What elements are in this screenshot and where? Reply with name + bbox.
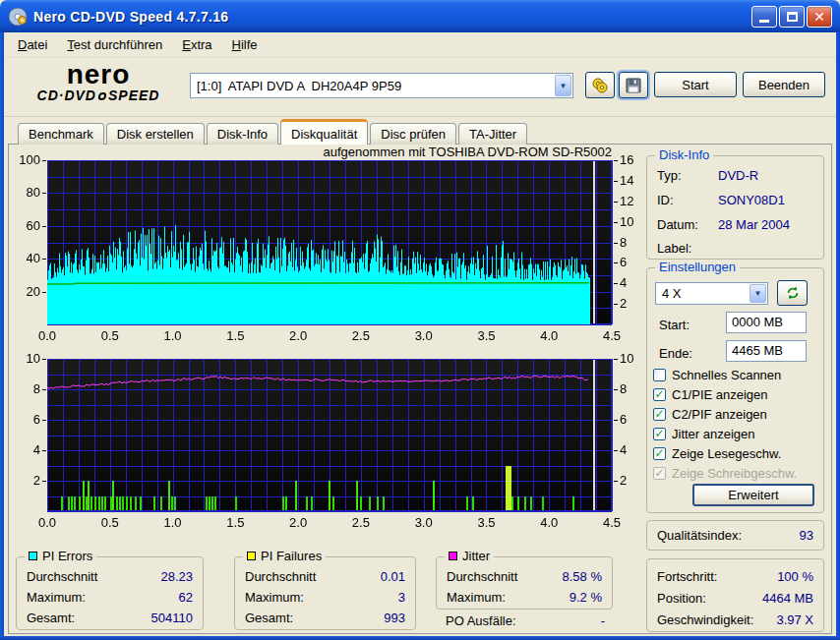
quality-index-panel: Qualitätsindex: 93 <box>646 520 824 551</box>
speed-select-value: 4 X <box>656 286 749 301</box>
checkbox-checked-icon: ✓ <box>653 388 666 401</box>
checkbox-zeige-lesegeschw[interactable]: ✓ Zeige Lesegeschw. <box>653 445 781 461</box>
menu-hilfe[interactable]: Hilfe <box>222 34 268 55</box>
disk-info-group: Disk-Info Typ:DVD-R ID:SONY08D1 Datum:28… <box>646 155 824 260</box>
checkbox-zeige-schreibgeschw: ✓ Zeige Schreibgeschw. <box>653 465 797 481</box>
menu-extra[interactable]: Extra <box>172 34 221 55</box>
menu-datei[interactable]: Datei <box>8 34 57 55</box>
disc-glyph-icon <box>97 92 107 100</box>
checkbox-icon <box>653 369 666 381</box>
checkbox-checked-icon: ✓ <box>653 408 666 421</box>
po-failures-row: PO Ausfälle: - <box>446 613 605 628</box>
jitter-max-row: Maximum:9.2 % <box>447 590 602 605</box>
drive-select[interactable]: [1:0] ATAPI DVD A DH20A4P 9P59 ▼ <box>190 73 573 98</box>
quality-index-row: Qualitätsindex: 93 <box>657 528 813 543</box>
pi-failures-group-title: PI Failures <box>243 549 326 563</box>
window-title: Nero CD-DVD Speed 4.7.7.16 <box>33 9 751 25</box>
pi-errors-group-title: PI Errors <box>25 549 96 563</box>
checkbox-c1-pie-anzeigen[interactable]: ✓ C1/PIE anzeigen <box>653 386 768 402</box>
pi-failures-total-row: Gesamt:993 <box>245 611 405 625</box>
jitter-group-title: Jitter <box>445 549 494 563</box>
app-window: Nero CD-DVD Speed 4.7.7.16 ✕ Datei Test … <box>0 0 840 640</box>
checkbox-checked-icon: ✓ <box>653 428 666 440</box>
disk-date-row: Datum:28 Mar 2004 <box>657 217 790 232</box>
app-disc-icon[interactable] <box>8 7 28 27</box>
tab-ta-jitter[interactable]: TA-Jitter <box>458 123 527 145</box>
pi-failures-swatch-icon <box>247 552 256 560</box>
title-bar: Nero CD-DVD Speed 4.7.7.16 ✕ <box>0 0 840 32</box>
end-mb-input[interactable]: 4465 MB <box>726 340 807 362</box>
discs-icon <box>591 78 609 93</box>
progress-row: Fortschritt:100 % <box>657 569 813 584</box>
tab-disk-erstellen[interactable]: Disk erstellen <box>106 123 205 145</box>
start-mb-input[interactable]: 0000 MB <box>726 312 807 333</box>
eject-disc-button[interactable] <box>585 72 615 98</box>
settings-group: Einstellungen 4 X ▼ Start: 0000 MB Ende:… <box>646 267 824 513</box>
pif-jitter-chart-canvas <box>14 354 637 539</box>
minimize-icon <box>759 20 769 23</box>
speed-row: Geschwindigkeit:3.97 X <box>657 612 813 627</box>
window-border-left <box>0 29 4 640</box>
pi-failures-group: PI Failures Durchschnitt0.01 Maximum:3 G… <box>234 556 416 630</box>
disk-label-row: Label: <box>657 241 718 256</box>
speed-select[interactable]: 4 X ▼ <box>655 282 768 305</box>
disk-type-row: Typ:DVD-R <box>657 168 758 183</box>
pi-failures-max-row: Maximum:3 <box>245 590 405 605</box>
checkbox-checked-disabled-icon: ✓ <box>653 467 666 480</box>
erweitert-button[interactable]: Erweitert <box>692 484 814 506</box>
pi-errors-max-row: Maximum:62 <box>27 590 193 605</box>
pi-errors-avg-row: Durchschnitt28.23 <box>27 569 193 584</box>
nero-logo-wordmark: nero <box>16 62 181 87</box>
window-border-bottom <box>0 636 840 640</box>
nero-logo-subtitle: CD·DVDSPEED <box>16 87 181 103</box>
maximize-button[interactable] <box>779 6 805 28</box>
beenden-button[interactable]: Beenden <box>743 72 825 97</box>
tab-benchmark[interactable]: Benchmark <box>18 123 104 145</box>
refresh-disc-button[interactable] <box>777 280 808 306</box>
tab-disk-info[interactable]: Disk-Info <box>207 123 278 145</box>
pi-errors-chart-canvas <box>14 147 637 346</box>
nero-logo: nero CD·DVDSPEED <box>16 62 181 103</box>
position-row: Position:4464 MB <box>657 591 813 606</box>
chevron-down-icon[interactable]: ▼ <box>750 284 766 303</box>
floppy-save-icon <box>626 78 641 93</box>
jitter-swatch-icon <box>449 552 457 560</box>
maximize-icon <box>787 12 798 22</box>
disk-info-group-title: Disk-Info <box>655 147 713 162</box>
refresh-icon <box>785 285 801 301</box>
checkbox-checked-icon: ✓ <box>653 447 666 460</box>
checkbox-jitter-anzeigen[interactable]: ✓ Jitter anzeigen <box>653 426 755 441</box>
pi-failures-avg-row: Durchschnitt0.01 <box>245 569 405 584</box>
window-border-right <box>836 29 840 640</box>
disk-id-row: ID:SONY08D1 <box>657 193 785 207</box>
end-mb-label: Ende: <box>659 346 692 361</box>
checkbox-c2-pif-anzeigen[interactable]: ✓ C2/PIF anzeigen <box>653 406 767 422</box>
minimize-button[interactable] <box>751 6 777 28</box>
menu-test-durchfuehren[interactable]: Test durchführen <box>57 34 172 55</box>
pi-errors-total-row: Gesamt:504110 <box>27 611 193 625</box>
tab-disc-pruefen[interactable]: Disc prüfen <box>370 123 456 145</box>
settings-group-title: Einstellungen <box>655 260 740 274</box>
checkbox-schnelles-scannen[interactable]: Schnelles Scannen <box>653 367 781 382</box>
save-button[interactable] <box>619 72 648 98</box>
toolbar: nero CD·DVDSPEED [1:0] ATAPI DVD A DH20A… <box>4 58 836 117</box>
chevron-down-icon[interactable]: ▼ <box>555 75 571 96</box>
jitter-avg-row: Durchschnitt8.58 % <box>447 569 602 584</box>
close-icon: ✕ <box>813 9 825 25</box>
close-button[interactable]: ✕ <box>807 6 832 28</box>
tab-strip: Benchmark Disk erstellen Disk-Info Diskq… <box>8 119 527 145</box>
pi-errors-group: PI Errors Durchschnitt28.23 Maximum:62 G… <box>16 556 204 630</box>
jitter-group: Jitter Durchschnitt8.58 % Maximum:9.2 % <box>436 556 613 610</box>
tab-diskqualitaet[interactable]: Diskqualität <box>280 119 368 145</box>
menu-bar: Datei Test durchführen Extra Hilfe <box>4 32 836 58</box>
progress-panel: Fortschritt:100 % Position:4464 MB Gesch… <box>646 558 824 632</box>
start-mb-label: Start: <box>659 318 690 332</box>
pi-errors-swatch-icon <box>29 552 37 560</box>
start-button[interactable]: Start <box>654 72 737 97</box>
drive-select-value: [1:0] ATAPI DVD A DH20A4P 9P59 <box>191 79 554 93</box>
